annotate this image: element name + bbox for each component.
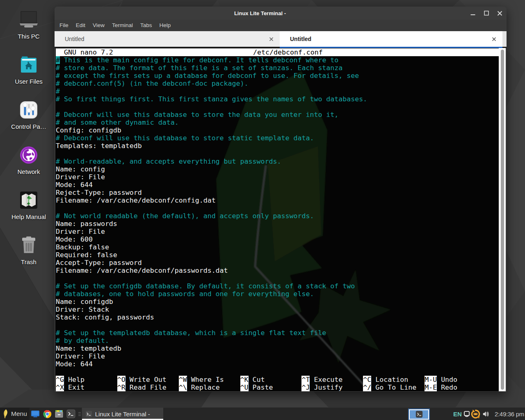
tray-terminal-button[interactable] xyxy=(408,409,430,420)
nano-line: # Debconf will use this database to stor… xyxy=(56,134,499,142)
menu-file[interactable]: File xyxy=(56,20,72,31)
nano-shortcut-key: M-E xyxy=(425,383,437,391)
menu-view[interactable]: View xyxy=(89,20,108,31)
desktop-icon-label: Control Pa… xyxy=(3,123,54,130)
desktop-icon-help-manual[interactable]: Help Manual xyxy=(3,190,54,221)
nano-status-row xyxy=(56,368,499,376)
nano-line: Driver: File xyxy=(56,352,499,360)
trash-icon xyxy=(3,235,54,258)
display-tray-icon[interactable] xyxy=(464,411,470,418)
keyboard-layout-indicator[interactable]: EN xyxy=(453,411,462,418)
file-manager-launcher[interactable] xyxy=(53,408,65,420)
nano-line: Stack: config, passwords xyxy=(56,313,499,321)
tab-close-icon[interactable] xyxy=(490,35,498,43)
nano-shortcut-key: ^U xyxy=(240,383,249,391)
desktop-icon-label: This PC xyxy=(3,33,54,40)
terminal-launcher[interactable] xyxy=(65,408,77,420)
nano-shortcut-key: ^C xyxy=(363,376,371,383)
nano-shortcut-key: ^R xyxy=(117,383,126,391)
nano-shortcut-key: ^G xyxy=(56,376,64,383)
desktop-display-icon xyxy=(31,410,40,418)
nano-shortcut-key: ^/ xyxy=(363,383,371,391)
window-title: Linux Lite Terminal - xyxy=(234,7,286,20)
nano-line: Templates: templatedb xyxy=(56,142,499,150)
maximize-button[interactable] xyxy=(479,7,493,20)
terminal-icon xyxy=(66,409,75,418)
nano-line: Name: config xyxy=(56,165,499,173)
nano-line: Driver: File xyxy=(56,173,499,181)
nano-line: # store data. The format of this file is… xyxy=(56,64,499,72)
task-button-terminal[interactable]: Linux Lite Terminal - xyxy=(82,408,163,420)
desktop-icon-label: User Files xyxy=(3,78,54,85)
task-button-active-indicator xyxy=(82,419,163,420)
desktop-icon-label: Trash xyxy=(3,258,54,266)
menu-tabs[interactable]: Tabs xyxy=(137,20,156,31)
terminal-scrollbar[interactable] xyxy=(499,48,506,391)
nano-line: Accept-Type: password xyxy=(56,259,499,267)
nano-line: Filename: /var/cache/debconf/config.dat xyxy=(56,196,499,204)
tab-close-icon[interactable] xyxy=(267,35,275,43)
nano-file-path: /etc/debconf.conf xyxy=(253,48,323,56)
nano-line: Name: passwords xyxy=(56,220,499,228)
control-panel-icon xyxy=(3,100,54,123)
nano-line: Mode: 644 xyxy=(56,360,499,368)
network-icon xyxy=(3,145,54,168)
nano-line: # Not world readable (the default), and … xyxy=(56,212,499,220)
terminal-window: Linux Lite Terminal - File Edit View Ter… xyxy=(55,7,507,392)
chrome-launcher[interactable] xyxy=(41,408,53,420)
desktop-icon-user-files[interactable]: User Files xyxy=(3,55,54,85)
nano-line: Filename: /var/cache/debconf/passwords.d… xyxy=(56,267,499,274)
nano-line: Driver: File xyxy=(56,228,499,235)
nano-shortcut-key: ^X xyxy=(56,383,64,391)
window-titlebar[interactable]: Linux Lite Terminal - xyxy=(55,7,507,20)
close-button[interactable] xyxy=(493,7,507,20)
desktop: This PC User Files xyxy=(0,0,525,420)
nano-line xyxy=(56,150,499,158)
desktop-icon-control-panel[interactable]: Control Pa… xyxy=(3,100,54,130)
nano-line: # World-readable, and accepts everything… xyxy=(56,158,499,165)
updates-tray-icon[interactable] xyxy=(471,409,480,419)
system-tray: EN xyxy=(408,408,525,420)
desktop-icon-trash[interactable]: Trash xyxy=(3,235,54,266)
nano-line: # except the first sets up a database fo… xyxy=(56,72,499,80)
taskbar-clock[interactable]: 2:49:36 pm xyxy=(495,411,524,418)
menu-help[interactable]: Help xyxy=(156,20,175,31)
nano-line: Name: configdb xyxy=(56,298,499,306)
minimize-button[interactable] xyxy=(466,7,479,20)
desktop-icon-this-pc[interactable]: This PC xyxy=(3,10,54,40)
terminal-screen[interactable]: GNU nano 7.2/etc/debconf.conf # This is … xyxy=(55,48,506,391)
nano-line: Driver: Stack xyxy=(56,306,499,313)
nano-line xyxy=(56,204,499,212)
menu-terminal[interactable]: Terminal xyxy=(108,20,137,31)
nano-line xyxy=(56,103,499,111)
menu-button[interactable]: Menu xyxy=(0,408,30,420)
nano-line: # and some other dynamic data. xyxy=(56,119,499,126)
nano-line: # databases, one to hold passwords and o… xyxy=(56,290,499,298)
nano-line: # xyxy=(56,87,499,95)
nano-buffer: # This is the main config file for debco… xyxy=(56,56,499,368)
desktop-icon-network[interactable]: Network xyxy=(3,145,54,176)
tray-terminal-icon xyxy=(415,411,423,418)
nano-line: # debconf.conf(5) (in the debconf-doc pa… xyxy=(56,80,499,87)
nano-shortcut-key: ^W xyxy=(179,376,187,383)
help-manual-icon xyxy=(3,190,54,213)
tab-label: Untitled xyxy=(55,36,84,42)
tab-label: Untitled xyxy=(280,36,311,42)
tasklist-grip[interactable] xyxy=(78,408,82,420)
this-pc-icon xyxy=(3,10,54,33)
tab-untitled-1[interactable]: Untitled xyxy=(55,31,280,48)
show-desktop-button[interactable] xyxy=(30,408,41,420)
nano-line: Config: configdb xyxy=(56,126,499,134)
chrome-icon xyxy=(43,410,52,418)
nano-shortcut-key: ^K xyxy=(240,376,249,383)
scrollbar-thumb[interactable] xyxy=(501,50,504,390)
linux-lite-logo-icon xyxy=(2,409,8,419)
task-terminal-icon xyxy=(85,411,92,418)
task-button-label: Linux Lite Terminal - xyxy=(95,411,150,418)
tab-untitled-2[interactable]: Untitled xyxy=(280,31,502,48)
nano-shortcut-key: M-U xyxy=(425,376,437,383)
menu-edit[interactable]: Edit xyxy=(72,20,89,31)
nano-line: # Set up the configdb database. By defau… xyxy=(56,282,499,290)
nano-version: GNU nano 7.2 xyxy=(56,48,113,56)
volume-tray-icon[interactable] xyxy=(483,411,489,418)
